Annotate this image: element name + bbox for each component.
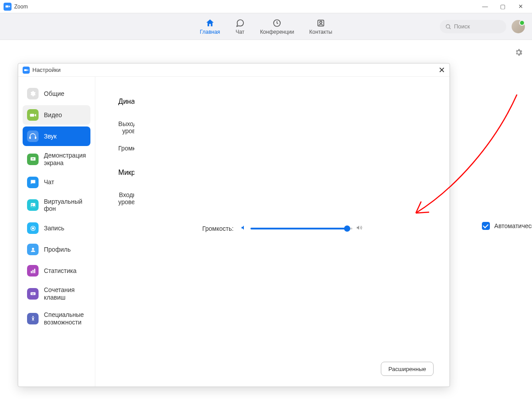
output-level-label: Выходной уровень: [118,120,134,134]
virtual-bg-icon [27,199,39,211]
video-icon [27,109,39,121]
sidebar-item-profile[interactable]: Профиль [23,240,90,259]
sidebar-item-label: Чат [44,178,54,186]
speaker-volume-label: Громкость: [118,145,134,152]
search-icon [445,24,451,30]
window-title: Zoom [14,4,28,10]
sidebar-item-video[interactable]: Видео [23,105,90,125]
speaker-section-label: Динамик [118,98,134,106]
sidebar-item-label: Запись [44,225,64,232]
tab-label: Контакты [309,29,332,35]
sidebar-item-label: Специальные возможности [44,311,86,326]
search-input[interactable]: Поиск [440,20,506,33]
sidebar-item-recording[interactable]: Запись [23,218,90,238]
sidebar-item-general[interactable]: Общие [23,84,90,103]
tab-label: Конференции [260,29,294,35]
keyboard-icon [27,288,39,300]
svg-point-16 [32,293,33,294]
accessibility-icon [27,313,39,324]
sidebar-item-audio[interactable]: Звук [23,126,90,146]
settings-modal: Настройки ✕ Общие Видео Звук Д [18,63,450,387]
settings-sidebar: Общие Видео Звук Демонстрация экрана Чат [18,77,95,387]
zoom-app-icon [23,67,30,74]
svg-point-3 [446,24,450,28]
sidebar-item-virtual-bg[interactable]: Виртуальный фон [23,194,90,217]
sidebar-item-label: Видео [44,111,62,119]
sidebar-item-chat[interactable]: Чат [23,173,90,192]
svg-rect-12 [32,270,34,273]
svg-point-7 [31,204,33,205]
close-settings-button[interactable]: ✕ [438,65,445,75]
contacts-icon [316,18,325,28]
sidebar-item-shortcuts[interactable]: Сочетания клавиш [23,282,90,305]
tab-contacts[interactable]: Контакты [309,18,332,35]
record-icon [27,222,39,234]
mic-volume-slider[interactable] [250,228,352,229]
clock-icon [272,18,282,28]
svg-point-17 [33,293,34,294]
input-level-label: Входной уровень: [118,191,134,205]
share-screen-icon [27,154,39,165]
sidebar-item-label: Звук [44,133,57,140]
zoom-app-icon [4,3,12,11]
svg-point-19 [32,316,34,317]
svg-rect-13 [34,269,35,273]
stats-icon [27,265,39,277]
home-icon [205,18,215,28]
profile-icon [27,244,39,255]
audio-settings-panel: Динамик Проверить ... Динамики (Realtek … [95,77,134,387]
headphones-icon [27,130,39,142]
sidebar-item-label: Демонстрация экрана [44,152,86,167]
mic-section-label: Микрофон [118,169,134,177]
sidebar-item-label: Сочетания клавиш [44,286,86,301]
svg-point-2 [320,21,322,23]
minimize-button[interactable]: — [481,3,489,10]
gear-icon[interactable] [514,48,523,59]
titlebar: Zoom — ▢ ✕ [0,0,532,13]
top-nav: Главная Чат Конференции Контакты Поиск [0,13,532,40]
svg-point-9 [32,227,34,229]
svg-rect-11 [31,271,32,273]
checkbox-icon [482,222,490,230]
auto-adjust-volume-checkbox[interactable]: Автоматически регулировать гром... [482,77,532,375]
search-placeholder: Поиск [454,23,470,30]
svg-point-15 [31,293,31,294]
chat-icon [235,18,245,28]
sidebar-item-stats[interactable]: Статистика [23,261,90,280]
settings-header: Настройки ✕ [18,63,450,77]
sidebar-item-share-screen[interactable]: Демонстрация экрана [23,148,90,171]
settings-title: Настройки [32,67,61,73]
sidebar-item-label: Профиль [44,246,70,253]
svg-rect-14 [30,292,35,295]
close-window-button[interactable]: ✕ [517,3,524,10]
chat-icon [27,177,39,188]
advanced-button[interactable]: Расширенные [381,362,434,376]
sidebar-item-label: Виртуальный фон [44,198,86,213]
svg-rect-18 [32,294,34,295]
volume-low-icon [241,225,247,233]
sidebar-item-label: Общие [44,90,64,98]
maximize-button[interactable]: ▢ [499,3,506,10]
tab-label: Чат [235,29,244,35]
tab-meetings[interactable]: Конференции [260,18,294,35]
sidebar-item-accessibility[interactable]: Специальные возможности [23,307,90,330]
volume-high-icon [356,225,362,233]
tab-label: Главная [200,29,220,35]
tab-chat[interactable]: Чат [235,18,245,35]
avatar[interactable] [512,20,525,33]
mic-volume-label: Громкость: [134,225,241,232]
gear-icon [27,88,39,99]
tab-home[interactable]: Главная [200,18,220,35]
sidebar-item-label: Статистика [44,267,77,275]
svg-point-10 [32,248,34,250]
